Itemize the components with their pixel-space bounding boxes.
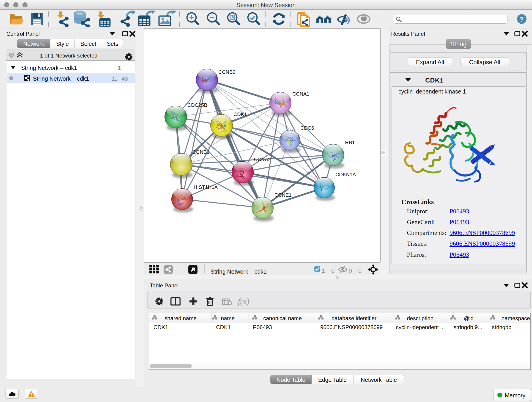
svg-text:HIST1H1A: HIST1H1A — [194, 184, 218, 190]
svg-text:CDK1: CDK1 — [234, 111, 247, 117]
svg-text:CDC6: CDC6 — [300, 125, 314, 131]
svg-text:RB1: RB1 — [345, 140, 355, 145]
svg-text:CCNB2: CCNB2 — [218, 69, 235, 75]
svg-text:CCNA1: CCNA1 — [292, 91, 310, 97]
svg-text:CCNB1: CCNB1 — [192, 149, 210, 155]
svg-text:CDC25B: CDC25B — [187, 102, 207, 108]
svg-text:CCNE1: CCNE1 — [274, 192, 292, 198]
svg-text:CDKN1A: CDKN1A — [336, 172, 356, 177]
svg-text:CCNA2: CCNA2 — [254, 157, 271, 162]
